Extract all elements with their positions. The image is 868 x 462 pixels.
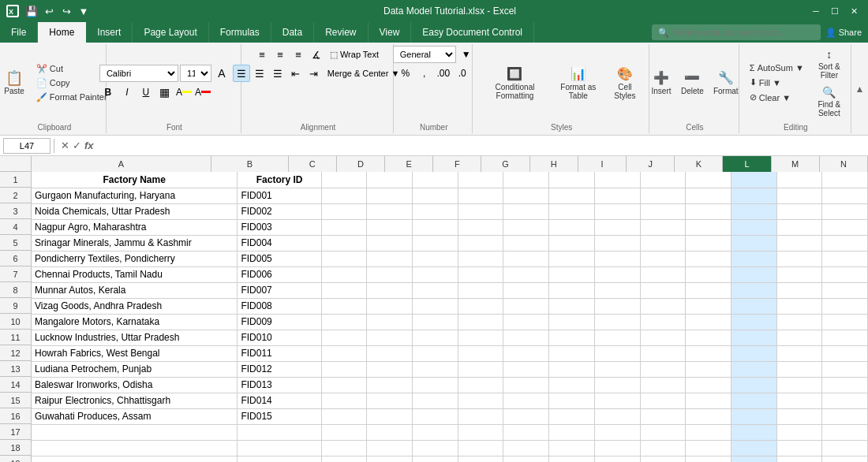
cell-E3[interactable]: [413, 203, 458, 219]
tab-easy-doc[interactable]: Easy Document Control: [411, 22, 534, 43]
cell-K3[interactable]: [686, 203, 731, 219]
bold-button[interactable]: B: [99, 84, 117, 101]
cell-I3[interactable]: [594, 203, 640, 219]
cell-G6[interactable]: [503, 251, 549, 266]
cell-J4[interactable]: [640, 219, 686, 235]
table-row[interactable]: Raipur Electronics, ChhattisgarhFID014: [32, 393, 868, 408]
cell-D8[interactable]: [367, 282, 413, 298]
cell-I17[interactable]: [594, 424, 640, 440]
cell-F16[interactable]: [458, 408, 503, 424]
increase-decimal-button[interactable]: .0: [454, 65, 471, 82]
cell-F15[interactable]: [458, 393, 503, 408]
cell-E17[interactable]: [413, 424, 458, 440]
row-num-1[interactable]: 1: [0, 172, 31, 188]
minimize-button[interactable]: ─: [808, 3, 824, 19]
table-row[interactable]: Mangalore Motors, KarnatakaFID009: [32, 314, 868, 330]
cell-M14[interactable]: [776, 377, 822, 393]
cell-C16[interactable]: [321, 408, 367, 424]
formula-input[interactable]: [100, 138, 865, 154]
cell-H3[interactable]: [549, 203, 595, 219]
table-row[interactable]: Srinagar Minerals, Jammu & KashmirFID004: [32, 235, 868, 251]
cell-N13[interactable]: [822, 361, 868, 377]
cell-F1[interactable]: [458, 172, 503, 188]
cell-C7[interactable]: [321, 266, 367, 282]
align-left-button[interactable]: ☰: [233, 65, 250, 82]
cell-M18[interactable]: [776, 440, 822, 456]
cell-H5[interactable]: [549, 235, 595, 251]
save-qat-button[interactable]: 💾: [24, 3, 39, 19]
cell-E7[interactable]: [413, 266, 458, 282]
cell-D19[interactable]: [367, 456, 413, 462]
cell-M4[interactable]: [776, 219, 822, 235]
merge-center-button[interactable]: Merge & Center ▼: [324, 65, 404, 82]
cell-F2[interactable]: [458, 188, 503, 203]
cell-D13[interactable]: [367, 361, 413, 377]
cell-M10[interactable]: [776, 314, 822, 330]
cell-G14[interactable]: [503, 377, 549, 393]
cell-K4[interactable]: [686, 219, 731, 235]
tab-home[interactable]: Home: [38, 22, 86, 43]
cell-B1[interactable]: Factory ID: [238, 172, 321, 188]
cell-K16[interactable]: [686, 408, 731, 424]
row-num-3[interactable]: 3: [0, 203, 31, 219]
cell-B10[interactable]: FID009: [238, 314, 321, 330]
cell-D6[interactable]: [367, 251, 413, 266]
percent-button[interactable]: %: [397, 65, 414, 82]
cell-K14[interactable]: [686, 377, 731, 393]
cell-C5[interactable]: [321, 235, 367, 251]
tab-file[interactable]: File: [0, 22, 38, 43]
cell-J12[interactable]: [640, 345, 686, 361]
col-header-J[interactable]: J: [627, 156, 675, 172]
cell-H17[interactable]: [549, 424, 595, 440]
table-row[interactable]: Lucknow Industries, Uttar PradeshFID010: [32, 330, 868, 345]
cell-B13[interactable]: FID012: [238, 361, 321, 377]
cell-J1[interactable]: [640, 172, 686, 188]
cell-G9[interactable]: [503, 298, 549, 314]
row-num-14[interactable]: 14: [0, 377, 31, 393]
table-row[interactable]: Guwahati Produces, AssamFID015: [32, 408, 868, 424]
cell-C14[interactable]: [321, 377, 367, 393]
row-num-8[interactable]: 8: [0, 282, 31, 298]
table-row[interactable]: Factory NameFactory ID: [32, 172, 868, 188]
font-name-select[interactable]: Calibri: [99, 65, 178, 82]
cell-G16[interactable]: [503, 408, 549, 424]
cell-A4[interactable]: Nagpur Agro, Maharashtra: [32, 219, 238, 235]
table-row[interactable]: Noida Chemicals, Uttar PradeshFID002: [32, 203, 868, 219]
cell-L8[interactable]: [731, 282, 776, 298]
table-row[interactable]: Howrah Fabrics, West BengalFID011: [32, 345, 868, 361]
cell-N1[interactable]: [822, 172, 868, 188]
table-row[interactable]: Nagpur Agro, MaharashtraFID003: [32, 219, 868, 235]
border-button[interactable]: ▦: [156, 84, 174, 101]
cell-M11[interactable]: [776, 330, 822, 345]
cell-B15[interactable]: FID014: [238, 393, 321, 408]
cell-A11[interactable]: Lucknow Industries, Uttar Pradesh: [32, 330, 238, 345]
cell-I4[interactable]: [594, 219, 640, 235]
cell-J14[interactable]: [640, 377, 686, 393]
cell-J15[interactable]: [640, 393, 686, 408]
cell-B14[interactable]: FID013: [238, 377, 321, 393]
cell-B11[interactable]: FID010: [238, 330, 321, 345]
cell-J11[interactable]: [640, 330, 686, 345]
font-size-select[interactable]: 11: [180, 65, 211, 82]
cell-L18[interactable]: [731, 440, 776, 456]
align-center-button[interactable]: ☰: [251, 65, 268, 82]
cell-B9[interactable]: FID008: [238, 298, 321, 314]
fill-button[interactable]: ⬇ Fill ▼: [746, 76, 808, 89]
cell-L1[interactable]: [731, 172, 776, 188]
cell-J6[interactable]: [640, 251, 686, 266]
cell-C12[interactable]: [321, 345, 367, 361]
align-top-right-button[interactable]: ≡: [290, 46, 307, 63]
cell-K15[interactable]: [686, 393, 731, 408]
cell-I19[interactable]: [594, 456, 640, 462]
row-num-2[interactable]: 2: [0, 188, 31, 203]
cell-N16[interactable]: [822, 408, 868, 424]
table-row[interactable]: [32, 424, 868, 440]
cell-F18[interactable]: [458, 440, 503, 456]
cell-H8[interactable]: [549, 282, 595, 298]
sort-filter-button[interactable]: ↕ Sort & Filter: [813, 46, 846, 82]
number-format-select[interactable]: General: [393, 46, 456, 63]
decrease-decimal-button[interactable]: .00: [435, 65, 452, 82]
row-num-9[interactable]: 9: [0, 298, 31, 314]
cell-F9[interactable]: [458, 298, 503, 314]
cell-K7[interactable]: [686, 266, 731, 282]
